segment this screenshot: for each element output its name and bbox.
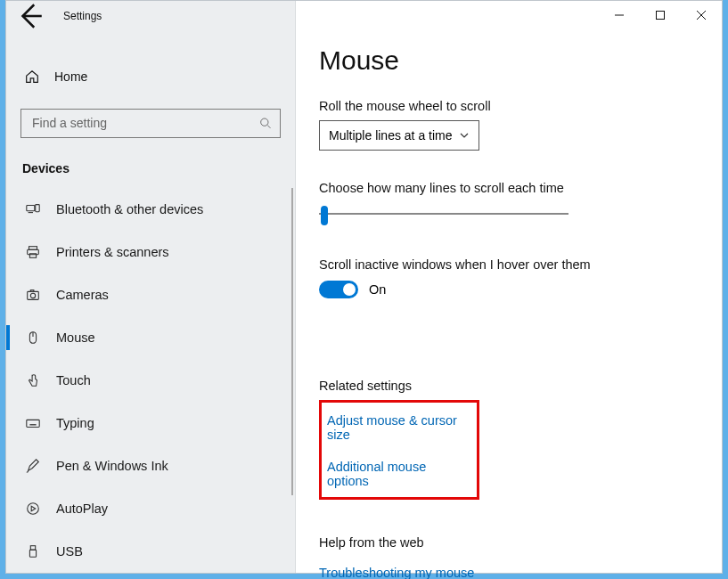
arrow-left-icon xyxy=(15,1,45,31)
section-title: Devices xyxy=(6,138,295,183)
svg-rect-26 xyxy=(657,12,665,20)
sidebar-item-printers[interactable]: Printers & scanners xyxy=(6,231,295,273)
lines-label: Choose how many lines to scroll each tim… xyxy=(319,181,722,195)
search-icon xyxy=(259,117,271,129)
maximize-icon xyxy=(655,10,666,20)
printer-icon xyxy=(24,244,42,260)
svg-point-10 xyxy=(30,293,35,298)
sidebar-item-cameras[interactable]: Cameras xyxy=(6,273,295,316)
sidebar-item-touch[interactable]: Touch xyxy=(6,359,295,402)
sidebar-item-label: Touch xyxy=(56,373,91,387)
svg-point-1 xyxy=(260,118,267,126)
svg-rect-22 xyxy=(29,550,36,557)
slider-thumb[interactable] xyxy=(321,206,328,225)
sidebar-item-pen[interactable]: Pen & Windows Ink xyxy=(6,444,295,487)
minimize-button[interactable] xyxy=(599,1,640,29)
search-box[interactable] xyxy=(20,109,281,138)
sidebar-item-label: Cameras xyxy=(56,288,109,302)
scroll-mode-label: Roll the mouse wheel to scroll xyxy=(319,99,722,113)
search-input[interactable] xyxy=(30,115,259,131)
scroll-mode-combo[interactable]: Multiple lines at a time xyxy=(319,120,479,151)
svg-rect-21 xyxy=(30,546,35,550)
minimize-icon xyxy=(614,10,625,20)
close-icon xyxy=(696,10,707,20)
sidebar-item-bluetooth[interactable]: Bluetooth & other devices xyxy=(6,188,295,231)
usb-icon xyxy=(24,543,42,559)
svg-point-20 xyxy=(28,503,39,515)
svg-rect-6 xyxy=(29,247,37,250)
maximize-button[interactable] xyxy=(640,1,681,29)
svg-rect-4 xyxy=(36,205,40,212)
close-button[interactable] xyxy=(681,1,722,29)
sidebar-item-mouse[interactable]: Mouse xyxy=(6,316,295,359)
sidebar-item-label: Pen & Windows Ink xyxy=(56,459,168,473)
related-links-highlight: Adjust mouse & cursor size Additional mo… xyxy=(319,400,479,500)
sidebar-scrollbar[interactable] xyxy=(291,188,293,495)
settings-window: Settings Home Devices Bluetooth & other … xyxy=(5,0,723,574)
inactive-label: Scroll inactive windows when I hover ove… xyxy=(319,257,722,272)
svg-rect-14 xyxy=(27,420,39,427)
toggle-knob xyxy=(343,283,356,296)
page-title: Mouse xyxy=(319,45,722,76)
svg-rect-3 xyxy=(27,206,35,211)
touch-icon xyxy=(24,372,42,388)
content-pane: Mouse Roll the mouse wheel to scroll Mul… xyxy=(296,1,722,573)
home-icon xyxy=(24,69,40,85)
link-troubleshoot[interactable]: Troubleshooting my mouse xyxy=(319,566,722,579)
combo-value: Multiple lines at a time xyxy=(329,128,453,143)
home-button[interactable]: Home xyxy=(6,58,295,96)
sidebar-item-label: Mouse xyxy=(56,330,95,345)
toggle-state: On xyxy=(369,282,386,297)
sidebar-item-typing[interactable]: Typing xyxy=(6,402,295,444)
camera-icon xyxy=(24,287,42,303)
window-controls xyxy=(599,1,722,29)
slider-track xyxy=(319,213,568,215)
sidebar-item-usb[interactable]: USB xyxy=(6,530,295,573)
link-additional-options[interactable]: Additional mouse options xyxy=(327,460,470,488)
svg-rect-11 xyxy=(30,290,34,292)
sidebar-nav: Bluetooth & other devices Printers & sca… xyxy=(6,188,295,573)
lines-slider[interactable] xyxy=(319,204,568,227)
window-title: Settings xyxy=(63,10,102,22)
sidebar-item-label: Bluetooth & other devices xyxy=(56,202,203,216)
sidebar-item-label: Printers & scanners xyxy=(56,245,169,259)
keyboard-icon xyxy=(24,415,42,431)
help-head: Help from the web xyxy=(319,535,722,550)
devices-icon xyxy=(24,201,42,217)
link-adjust-cursor[interactable]: Adjust mouse & cursor size xyxy=(327,413,470,442)
sidebar-item-label: USB xyxy=(56,544,83,559)
back-button[interactable] xyxy=(15,1,45,31)
autoplay-icon xyxy=(24,501,42,517)
inactive-toggle[interactable] xyxy=(319,281,358,298)
related-settings-head: Related settings xyxy=(319,379,722,393)
sidebar-item-label: AutoPlay xyxy=(56,502,108,516)
home-label: Home xyxy=(54,69,87,84)
titlebar: Settings xyxy=(6,1,295,31)
svg-line-2 xyxy=(267,126,270,128)
sidebar-item-label: Typing xyxy=(56,416,94,430)
chevron-down-icon xyxy=(459,130,470,141)
mouse-icon xyxy=(24,330,42,346)
sidebar-item-autoplay[interactable]: AutoPlay xyxy=(6,487,295,530)
sidebar: Settings Home Devices Bluetooth & other … xyxy=(6,1,296,573)
pen-icon xyxy=(24,458,42,474)
